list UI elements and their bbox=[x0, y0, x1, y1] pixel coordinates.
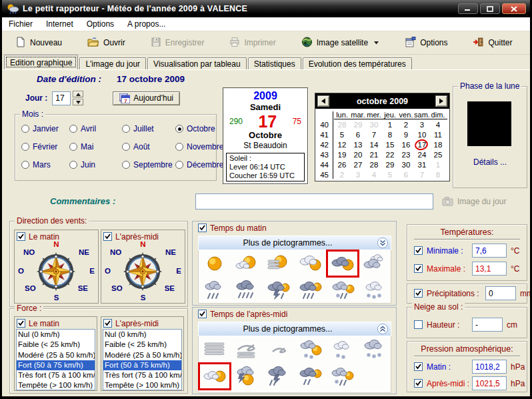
force-option[interactable]: Très fort (75 à 100 km/h) bbox=[103, 370, 181, 380]
calendar-day[interactable]: 5 bbox=[334, 130, 350, 140]
wind-morning-compass[interactable]: NNONEOESOSES bbox=[15, 242, 98, 303]
pictogram-heavy-rain[interactable] bbox=[231, 277, 263, 304]
toolbar-button-quitter[interactable]: Quitter bbox=[469, 34, 516, 52]
precipitation-checkbox[interactable] bbox=[414, 289, 423, 298]
calendar-day[interactable]: 8 bbox=[382, 130, 398, 140]
pictogram-cloudy[interactable] bbox=[359, 250, 391, 277]
menu-item-internet[interactable]: Internet bbox=[39, 17, 80, 31]
pictogram-snow-shower-sun[interactable] bbox=[295, 336, 327, 363]
calendar-day[interactable]: 31 bbox=[414, 160, 430, 170]
day-spin-up[interactable] bbox=[73, 91, 83, 97]
calendar-day[interactable]: 19 bbox=[334, 150, 350, 160]
calendar-day[interactable]: 28 bbox=[366, 160, 382, 170]
force-option[interactable]: Faible (< 25 km/h) bbox=[17, 340, 95, 350]
menu-item-fichier[interactable]: Fichier bbox=[2, 17, 39, 31]
pressure-morning-input[interactable] bbox=[472, 360, 507, 374]
toolbar-button-imprimer[interactable]: Imprimer bbox=[225, 34, 279, 52]
pictogram-thunderstorm[interactable] bbox=[263, 363, 295, 390]
comments-input[interactable] bbox=[195, 193, 433, 210]
calendar-day[interactable]: 21 bbox=[366, 150, 382, 160]
pictogram-snow-cloudy[interactable] bbox=[359, 277, 391, 304]
toolbar-button-ouvrir[interactable]: Ouvrir bbox=[83, 34, 129, 52]
calendar-day[interactable]: 12 bbox=[334, 140, 350, 150]
month-radio-mars[interactable]: Mars bbox=[21, 160, 59, 169]
calendar-day[interactable]: 1 bbox=[382, 120, 398, 130]
minimize-button[interactable] bbox=[458, 3, 478, 14]
calendar-day[interactable]: 26 bbox=[334, 160, 350, 170]
calendar-day[interactable]: 7 bbox=[366, 130, 382, 140]
toolbar-button-options[interactable]: Options bbox=[401, 34, 451, 52]
month-radio-novembre[interactable]: Novembre bbox=[175, 142, 223, 151]
calendar-day[interactable]: 27 bbox=[350, 160, 366, 170]
calendar-day[interactable]: 28 bbox=[334, 120, 350, 130]
dropdown-arrow-icon[interactable] bbox=[373, 41, 379, 45]
force-morning-checkbox[interactable] bbox=[17, 319, 25, 328]
calendar-day[interactable]: 13 bbox=[350, 140, 366, 150]
pictogram-sun[interactable] bbox=[199, 250, 231, 277]
tab-evolution-des-temperatures[interactable]: Evolution des températures bbox=[303, 57, 412, 69]
pressure-afternoon-input[interactable] bbox=[472, 376, 507, 390]
tab-visualisation-par-tableau[interactable]: Visualisation par tableau bbox=[147, 57, 247, 69]
force-option[interactable]: Tempête (> 100 km/h) bbox=[103, 380, 181, 390]
pictogram-rain-sun[interactable] bbox=[295, 277, 327, 304]
month-radio-octobre[interactable]: Octobre bbox=[175, 124, 223, 133]
force-afternoon-checkbox[interactable] bbox=[103, 319, 112, 328]
calendar-day[interactable]: 20 bbox=[350, 150, 366, 160]
calendar-day[interactable]: 2 bbox=[398, 120, 414, 130]
menu-item-a-propos[interactable]: A propos... bbox=[121, 17, 172, 31]
force-option[interactable]: Modéré (25 à 50 km/h) bbox=[17, 350, 95, 360]
pictogram-light-rain[interactable] bbox=[199, 277, 231, 304]
pictogram-thunderstorm-sun[interactable] bbox=[263, 277, 295, 304]
month-radio-septembre[interactable]: Septembre bbox=[122, 160, 173, 169]
calendar-day[interactable]: 14 bbox=[366, 140, 382, 150]
precipitation-input[interactable] bbox=[485, 286, 516, 300]
chevron-up-icon[interactable] bbox=[377, 323, 389, 335]
calendar-day[interactable]: 29 bbox=[382, 160, 398, 170]
snow-height-input[interactable] bbox=[472, 318, 503, 332]
calendar-day[interactable]: 29 bbox=[350, 120, 366, 130]
force-option[interactable]: Modéré (25 à 50 km/h) bbox=[103, 350, 181, 360]
moon-details-link[interactable]: Détails ... bbox=[453, 157, 527, 167]
toolbar-button-enregistrer[interactable]: Enregistrer bbox=[147, 34, 209, 52]
weather-afternoon-checkbox[interactable] bbox=[198, 310, 207, 318]
maximize-button[interactable] bbox=[480, 3, 500, 14]
pictogram-snow-shower[interactable] bbox=[327, 336, 359, 363]
calendar-day[interactable]: 11 bbox=[430, 130, 446, 140]
wind-afternoon-compass[interactable]: NNONEOESOSES bbox=[101, 242, 185, 303]
calendar-prev-button[interactable] bbox=[317, 95, 329, 107]
calendar-day[interactable]: 30 bbox=[398, 160, 414, 170]
force-option[interactable]: Très fort (75 à 100 km/h) bbox=[17, 370, 95, 380]
image-of-day-button[interactable]: Image du jour bbox=[439, 195, 509, 208]
force-option[interactable]: Nul (0 km/h) bbox=[17, 330, 95, 340]
calendar-day[interactable]: 18 bbox=[430, 140, 446, 150]
pictogram-sleet-sun[interactable] bbox=[327, 277, 359, 304]
calendar-day[interactable]: 16 bbox=[398, 140, 414, 150]
calendar-day[interactable]: 6 bbox=[398, 170, 414, 180]
force-option[interactable]: Faible (< 25 km/h) bbox=[103, 340, 181, 350]
calendar-day[interactable]: 7 bbox=[414, 170, 430, 180]
pictogram-sun-behind-dark-cloud[interactable] bbox=[327, 250, 359, 277]
month-radio-juillet[interactable]: Juillet bbox=[122, 124, 173, 133]
weather-morning-checkbox[interactable] bbox=[198, 224, 207, 232]
month-radio-decembre[interactable]: Décembre bbox=[175, 160, 223, 169]
calendar-day[interactable]: 8 bbox=[430, 170, 446, 180]
month-radio-avril[interactable]: Avril bbox=[69, 124, 96, 133]
pictogram-sun-with-small-cloud[interactable] bbox=[231, 250, 263, 277]
menu-item-options[interactable]: Options bbox=[80, 17, 121, 31]
calendar-day[interactable]: 15 bbox=[382, 140, 398, 150]
force-option[interactable]: Nul (0 km/h) bbox=[103, 330, 181, 340]
month-radio-aout[interactable]: Août bbox=[122, 142, 173, 151]
calendar-next-button[interactable] bbox=[435, 95, 447, 107]
month-radio-janvier[interactable]: Janvier bbox=[21, 124, 59, 133]
calendar-day[interactable]: 3 bbox=[414, 120, 430, 130]
calendar-day[interactable]: 9 bbox=[398, 130, 414, 140]
tab-edition-graphique[interactable]: Edition graphique bbox=[4, 55, 78, 69]
day-input[interactable] bbox=[52, 91, 71, 105]
temp-max-checkbox[interactable] bbox=[414, 264, 423, 273]
temp-min-checkbox[interactable] bbox=[414, 246, 423, 255]
pictogram-heavy-snow[interactable] bbox=[359, 336, 391, 363]
tab-image-du-jour[interactable]: L'image du jour bbox=[79, 57, 146, 69]
snow-height-checkbox[interactable] bbox=[414, 320, 423, 329]
close-button[interactable] bbox=[502, 3, 526, 14]
pictogram-mist[interactable] bbox=[263, 336, 295, 363]
